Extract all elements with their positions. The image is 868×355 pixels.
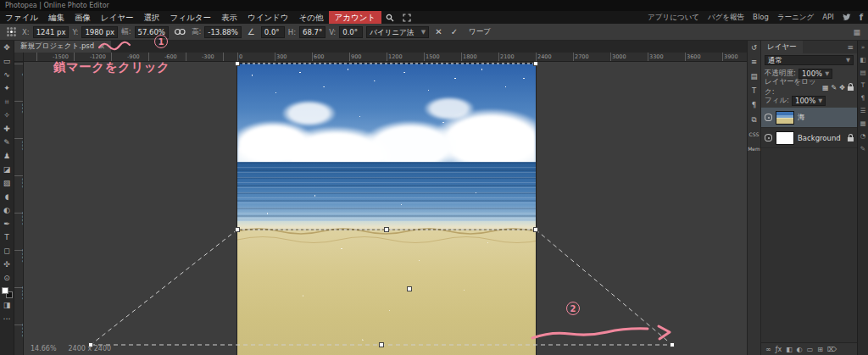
panel-menu-icon[interactable]: ≡ (843, 43, 857, 52)
glyphs-icon[interactable]: ⧉ (748, 113, 760, 127)
menu-item-8[interactable]: その他 (294, 11, 329, 24)
close-tab-icon[interactable]: ✕ (99, 43, 105, 51)
color-swatches[interactable] (2, 287, 13, 298)
blend-mode-select[interactable]: 通常 ▼ (765, 55, 854, 65)
x-input[interactable]: 1241 px (33, 26, 70, 38)
layer-thumbnail[interactable] (776, 131, 794, 145)
blur-tool[interactable]: ◖ (0, 190, 14, 203)
shape-tool[interactable]: ◻ (0, 244, 14, 258)
title-bar: Photopea | Online Photo Editor (0, 0, 868, 11)
layer-row[interactable]: 海 (761, 108, 857, 128)
lock-all-icon[interactable] (848, 86, 854, 91)
more-tools-icon[interactable]: ⋯ (0, 312, 14, 325)
reference-point-grid[interactable] (7, 27, 16, 36)
h-skew-input[interactable]: 68.7° (299, 26, 326, 38)
twitter-icon[interactable] (843, 14, 851, 21)
brush-tool[interactable]: ✎ (0, 136, 14, 149)
panel-icon-edit[interactable]: ✎ (858, 142, 868, 155)
paragraph-icon[interactable]: ¶ (748, 98, 760, 113)
chain-link-icon[interactable] (172, 28, 188, 36)
v-skew-input[interactable]: 0.0° (339, 26, 363, 38)
move-tool[interactable]: ✥ (0, 41, 14, 54)
panel-icon-character[interactable]: T (858, 79, 868, 92)
workspace-icon[interactable]: ▦ (853, 28, 864, 36)
layer-thumbnail[interactable] (776, 111, 794, 125)
delete-layer-icon[interactable]: ⌦ (827, 346, 837, 353)
panel-icon-swatches[interactable]: ▤ (858, 66, 868, 79)
character-icon[interactable]: T (748, 84, 760, 98)
account-button[interactable]: アカウント (329, 11, 382, 24)
angle-input[interactable]: 0.0° (261, 26, 285, 38)
width-input[interactable]: 57.60% (135, 26, 169, 38)
warp-button[interactable]: ワープ (469, 27, 491, 37)
canvas-image-beach[interactable] (237, 64, 536, 355)
history-icon[interactable]: ↺ (748, 41, 760, 55)
menu-item-3[interactable]: レイヤー (96, 11, 139, 24)
eyedropper-tool[interactable]: ✧ (0, 108, 14, 122)
group-icon[interactable]: ▭ (807, 346, 814, 353)
hand-tool[interactable]: ✣ (0, 258, 14, 271)
select-tool[interactable]: ▭ (0, 54, 14, 68)
panel-icon-grid[interactable]: ▦ (858, 117, 868, 130)
panel-icon-clock[interactable]: ◔ (858, 130, 868, 142)
menu-item-2[interactable]: 画像 (70, 11, 96, 24)
visibility-eye-icon[interactable] (765, 114, 772, 121)
lock-position-icon[interactable]: ✥ (839, 84, 845, 92)
visibility-eye-icon[interactable] (765, 134, 772, 141)
search-icon[interactable] (381, 11, 398, 24)
facebook-icon[interactable]: f (860, 13, 863, 22)
dodge-tool[interactable]: ◐ (0, 203, 14, 217)
menu-item-0[interactable]: ファイル (0, 11, 43, 24)
top-link-3[interactable]: ラーニング (777, 13, 814, 23)
top-link-0[interactable]: アプリについて (648, 13, 699, 23)
lasso-tool[interactable]: ∿ (0, 68, 14, 81)
text-tool[interactable]: T (0, 230, 14, 244)
gradient-tool[interactable]: ▨ (0, 176, 14, 190)
layer-effects-icon[interactable]: ƒx (776, 346, 782, 353)
document-tab[interactable]: 新規プロジェクト.psd ✕ (14, 41, 111, 53)
confirm-transform-icon[interactable]: ✓ (448, 27, 460, 36)
top-link-1[interactable]: バグを報告 (708, 13, 744, 23)
adjustment-icon[interactable]: ◐ (797, 346, 803, 353)
layer-row[interactable]: Background (761, 128, 857, 148)
lock-pixels-icon[interactable]: ✎ (832, 84, 837, 92)
lock-transparency-icon[interactable]: ▦ (822, 84, 829, 92)
stamp-tool[interactable]: ♟ (0, 149, 14, 163)
layer-mask-icon[interactable]: ◧ (786, 346, 793, 353)
document-viewport[interactable]: 14.66% 2400 x 2400 (24, 62, 747, 355)
ruler-corner (14, 53, 24, 62)
zoom-tool[interactable]: ⊙ (0, 271, 14, 285)
swatches-icon[interactable]: ▤ (748, 69, 760, 84)
panel-icon-list[interactable]: ☰ (858, 104, 868, 117)
menu-item-7[interactable]: ウインドウ (242, 11, 294, 24)
panel-icon-navigator[interactable]: ◧ (858, 53, 868, 66)
eraser-tool[interactable]: ◪ (0, 163, 14, 176)
css-icon[interactable]: CSS (748, 127, 760, 141)
fill-select[interactable]: 100% ▼ (792, 96, 826, 106)
zoom-level[interactable]: 14.66% (31, 345, 57, 352)
menu-item-4[interactable]: 選択 (139, 11, 165, 24)
wand-tool[interactable]: ✦ (0, 81, 14, 95)
panel-icon-paragraph[interactable]: ¶ (858, 92, 868, 104)
menu-item-1[interactable]: 編集 (43, 11, 70, 24)
y-input[interactable]: 1980 px (81, 26, 118, 38)
menu-item-6[interactable]: 表示 (216, 11, 242, 24)
pen-tool[interactable]: ✒ (0, 217, 14, 230)
quick-mask-icon[interactable]: ◨ (0, 298, 14, 312)
cancel-transform-icon[interactable]: ✕ (432, 27, 444, 36)
menu-icon[interactable]: ≡ (748, 55, 760, 69)
crop-tool[interactable]: ⌗ (0, 95, 14, 108)
link-layers-icon[interactable]: ∞ (765, 346, 771, 353)
height-input[interactable]: -13.88% (204, 26, 241, 38)
collapse-icon[interactable]: » (858, 41, 868, 53)
foreground-color-swatch[interactable] (2, 287, 8, 294)
top-link-4[interactable]: API (822, 13, 833, 23)
top-link-2[interactable]: Blog (753, 13, 769, 23)
tab-layers[interactable]: レイヤー (761, 41, 803, 53)
interpolation-select[interactable]: バイリニア法 ▼ (366, 26, 429, 38)
fullscreen-icon[interactable] (398, 11, 415, 24)
heal-tool[interactable]: ✚ (0, 122, 14, 136)
new-layer-icon[interactable]: ⊞ (817, 346, 823, 353)
menu-item-5[interactable]: フィルター (165, 11, 216, 24)
memory-icon[interactable]: Mem (748, 141, 760, 156)
